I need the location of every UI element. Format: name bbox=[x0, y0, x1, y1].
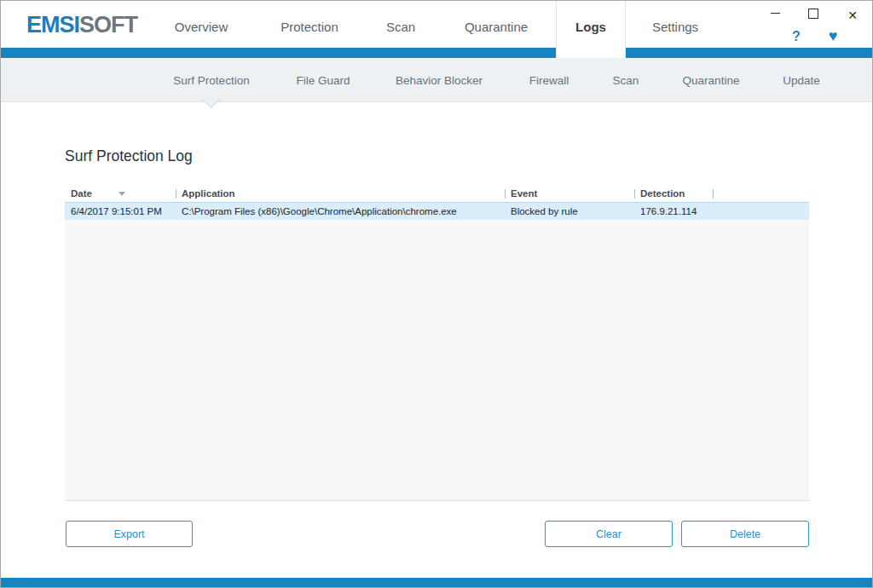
help-button[interactable]: ? bbox=[786, 27, 807, 46]
column-header-detection[interactable]: Detection bbox=[634, 187, 713, 202]
tab-settings[interactable]: Settings bbox=[652, 1, 698, 48]
page-title: Surf Protection Log bbox=[65, 147, 193, 165]
column-divider bbox=[505, 189, 506, 199]
column-divider bbox=[634, 189, 635, 199]
cell-spacer bbox=[713, 203, 809, 220]
column-header-application[interactable]: Application bbox=[176, 187, 505, 202]
tab-quarantine[interactable]: Quarantine bbox=[465, 1, 528, 48]
tab-overview[interactable]: Overview bbox=[175, 1, 228, 48]
logo-text-emsi: EMSI bbox=[26, 12, 79, 37]
emsisoft-logo: EMSISOFT bbox=[26, 12, 137, 37]
clear-button[interactable]: Clear bbox=[545, 521, 673, 547]
cell-application: C:\Program Files (x86)\Google\Chrome\App… bbox=[176, 203, 505, 220]
minimize-button[interactable] bbox=[762, 5, 788, 26]
column-divider bbox=[176, 189, 176, 199]
subnav-file-guard[interactable]: File Guard bbox=[296, 58, 350, 101]
cell-date: 6/4/2017 9:15:01 PM bbox=[65, 203, 176, 220]
bottom-accent-bar bbox=[1, 578, 872, 587]
tab-scan[interactable]: Scan bbox=[386, 1, 415, 48]
accent-bar bbox=[1, 48, 872, 58]
top-bar: EMSISOFT Overview Protection Scan Quaran… bbox=[1, 1, 872, 48]
app-window: EMSISOFT Overview Protection Scan Quaran… bbox=[0, 0, 873, 588]
sort-descending-icon bbox=[119, 192, 125, 196]
heart-icon: ♥ bbox=[829, 27, 838, 44]
cell-detection: 176.9.21.114 bbox=[634, 203, 713, 220]
column-header-event[interactable]: Event bbox=[505, 187, 634, 202]
column-header-date[interactable]: Date bbox=[65, 187, 176, 202]
subnav-firewall[interactable]: Firewall bbox=[529, 58, 569, 101]
table-row[interactable]: 6/4/2017 9:15:01 PM C:\Program Files (x8… bbox=[65, 202, 809, 220]
subnav-quarantine[interactable]: Quarantine bbox=[683, 58, 740, 101]
cell-event: Blocked by rule bbox=[505, 203, 634, 220]
column-divider bbox=[713, 189, 714, 199]
surf-protection-log-table: Date Application Event Detection 6/4/201… bbox=[65, 187, 809, 501]
logo-text-soft: SOFT bbox=[79, 12, 137, 37]
maximize-button[interactable] bbox=[801, 5, 826, 26]
table-empty-area bbox=[65, 220, 809, 500]
tab-logs-active[interactable]: Logs bbox=[556, 1, 626, 58]
subnav-behavior-blocker[interactable]: Behavior Blocker bbox=[396, 58, 483, 101]
minimize-icon bbox=[771, 13, 780, 14]
tab-protection[interactable]: Protection bbox=[280, 1, 338, 48]
delete-button[interactable]: Delete bbox=[681, 521, 809, 547]
column-header-spacer bbox=[713, 187, 809, 202]
subnav-scan[interactable]: Scan bbox=[613, 58, 639, 101]
logs-subnav: Surf Protection File Guard Behavior Bloc… bbox=[1, 58, 872, 102]
close-button[interactable]: ✕ bbox=[840, 5, 865, 26]
close-icon: ✕ bbox=[847, 9, 858, 22]
question-mark-icon: ? bbox=[792, 29, 801, 43]
heart-button[interactable]: ♥ bbox=[823, 26, 843, 45]
table-header-row: Date Application Event Detection bbox=[65, 187, 809, 202]
export-button[interactable]: Export bbox=[66, 521, 193, 547]
subnav-update[interactable]: Update bbox=[783, 58, 820, 101]
maximize-icon bbox=[808, 9, 818, 19]
